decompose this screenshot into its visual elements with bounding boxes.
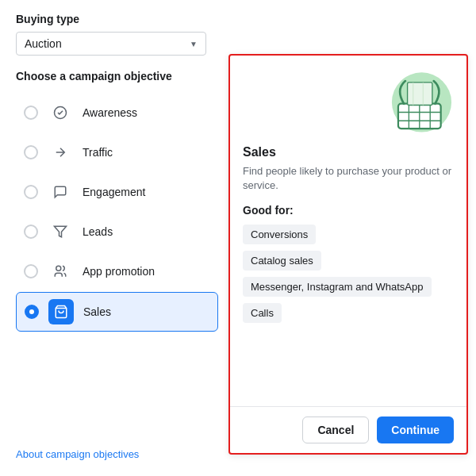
tag-messenger: Messenger, Instagram and WhatsApp — [243, 277, 432, 297]
panel-description: Find people likely to purchase your prod… — [243, 164, 454, 193]
objective-item-app-promotion[interactable]: App promotion — [16, 252, 218, 290]
panel-footer: Cancel Continue — [230, 406, 466, 453]
radio-engagement — [24, 185, 38, 199]
shopping-basket-illustration — [382, 68, 454, 136]
tag-calls: Calls — [243, 303, 282, 323]
objective-item-awareness[interactable]: Awareness — [16, 94, 218, 132]
good-for-label: Good for: — [243, 204, 454, 217]
main-container: Buying type Auction ▼ Choose a campaign … — [0, 0, 476, 476]
sales-icon — [48, 299, 74, 324]
traffic-label: Traffic — [83, 146, 113, 159]
campaign-objective-section: Choose a campaign objective Awareness — [16, 70, 218, 332]
panel-content: Sales Find people likely to purchase you… — [230, 56, 466, 406]
leads-label: Leads — [83, 225, 113, 238]
traffic-icon — [48, 140, 73, 165]
tag-catalog-sales: Catalog sales — [243, 251, 321, 271]
leads-icon — [48, 219, 73, 244]
buying-type-dropdown[interactable]: Auction ▼ — [16, 32, 206, 56]
awareness-label: Awareness — [83, 106, 137, 119]
sales-label: Sales — [83, 305, 111, 318]
sales-info-panel: Sales Find people likely to purchase you… — [228, 54, 468, 455]
panel-title: Sales — [243, 145, 454, 159]
illustration-area — [243, 68, 454, 136]
tag-list: Conversions Catalog sales Messenger, Ins… — [243, 225, 454, 323]
objective-item-leads[interactable]: Leads — [16, 213, 218, 251]
about-campaign-objectives-link[interactable]: About campaign objectives — [16, 448, 139, 460]
tag-conversions: Conversions — [243, 225, 316, 244]
buying-type-label: Buying type — [16, 13, 218, 25]
cancel-button[interactable]: Cancel — [302, 416, 369, 443]
radio-app-promotion — [24, 264, 38, 278]
dropdown-selected-value: Auction — [25, 37, 62, 50]
engagement-label: Engagement — [83, 186, 145, 198]
buying-type-section: Buying type Auction ▼ — [16, 13, 218, 56]
app-promotion-icon — [48, 259, 73, 284]
radio-awareness — [24, 106, 38, 120]
radio-traffic — [24, 145, 38, 159]
svg-marker-0 — [55, 226, 67, 237]
app-promotion-label: App promotion — [83, 265, 155, 278]
continue-button[interactable]: Continue — [377, 416, 454, 443]
engagement-icon — [48, 179, 73, 205]
svg-rect-10 — [408, 83, 432, 106]
objective-item-engagement[interactable]: Engagement — [16, 173, 218, 211]
objective-list: Awareness Traffic — [16, 94, 218, 332]
objective-item-sales[interactable]: Sales — [16, 292, 218, 332]
svg-point-1 — [56, 266, 61, 271]
radio-leads — [24, 225, 38, 239]
campaign-objective-label: Choose a campaign objective — [16, 70, 218, 83]
chevron-down-icon: ▼ — [190, 40, 198, 48]
objective-item-traffic[interactable]: Traffic — [16, 133, 218, 171]
left-panel: Buying type Auction ▼ Choose a campaign … — [0, 0, 234, 344]
awareness-icon — [48, 100, 73, 125]
radio-sales — [25, 305, 39, 319]
